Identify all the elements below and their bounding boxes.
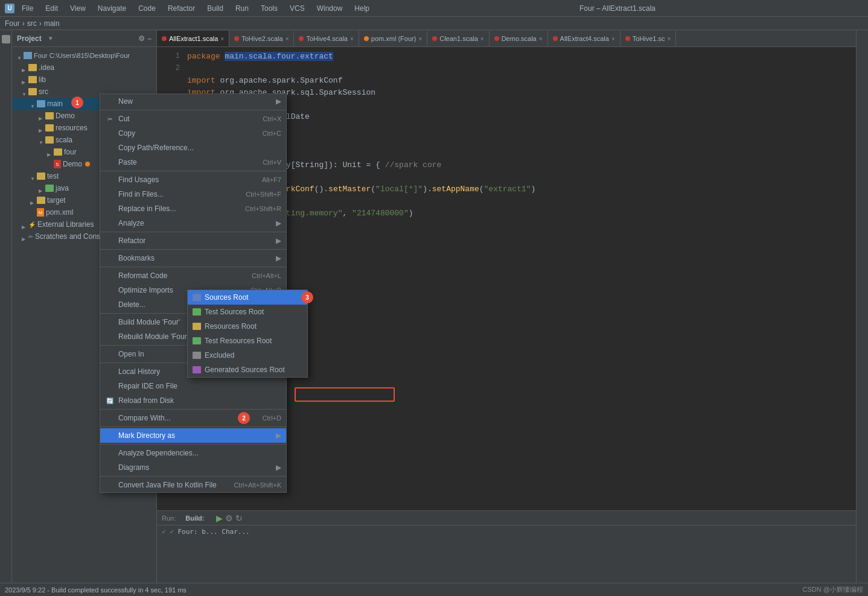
menu-view[interactable]: View bbox=[68, 3, 88, 14]
structure-icon[interactable] bbox=[2, 35, 10, 43]
menu-build[interactable]: Build bbox=[205, 3, 226, 14]
tab-allextract4[interactable]: AllExtract4.scala × bbox=[548, 31, 621, 46]
build-sync-btn[interactable]: ↻ bbox=[235, 513, 243, 523]
rebuild-icon bbox=[105, 332, 115, 341]
tab-close-btn[interactable]: × bbox=[286, 36, 289, 42]
tab-allextract1[interactable]: AllExtract1.scala × bbox=[157, 31, 229, 46]
code-line: 2 bbox=[157, 64, 856, 76]
submenu-item-sources-root[interactable]: Sources Root 3 bbox=[188, 290, 307, 305]
menu-item-cut[interactable]: ✂ Cut Ctrl+X bbox=[100, 112, 286, 126]
tab-dot bbox=[494, 36, 499, 41]
new-icon bbox=[105, 97, 115, 106]
bottom-tab-build[interactable]: Build: bbox=[185, 515, 204, 522]
tab-dot bbox=[299, 36, 304, 41]
tree-item-lib[interactable]: lib bbox=[12, 74, 156, 86]
title-bar: U File Edit View Navigate Code Refactor … bbox=[0, 0, 868, 17]
status-text: 2023/9/5 9:22 - Build completed successf… bbox=[5, 586, 187, 594]
menu-window[interactable]: Window bbox=[314, 3, 345, 14]
menu-item-label: Analyze bbox=[118, 219, 272, 227]
submenu-item-test-sources-root[interactable]: Test Sources Root bbox=[188, 305, 307, 319]
submenu-label-excluded: Excluded bbox=[205, 351, 234, 360]
menu-item-reload[interactable]: 🔄 Reload from Disk bbox=[100, 393, 286, 408]
bottom-tab-run[interactable]: Run: bbox=[162, 515, 176, 522]
menu-item-compare-with[interactable]: Compare With... Ctrl+D 2 bbox=[100, 411, 286, 425]
build-run-btn[interactable]: ▶ bbox=[216, 513, 223, 523]
menu-vcs[interactable]: VCS bbox=[287, 3, 307, 14]
tab-demo[interactable]: Demo.scala × bbox=[490, 31, 548, 46]
tree-item-idea[interactable]: .idea bbox=[12, 62, 156, 74]
menu-refactor[interactable]: Refactor bbox=[165, 3, 197, 14]
menu-item-paste[interactable]: Paste Ctrl+V bbox=[100, 155, 286, 170]
menu-code[interactable]: Code bbox=[136, 3, 158, 14]
tab-clean1[interactable]: Clean1.scala × bbox=[427, 31, 489, 46]
tab-label: AllExtract4.scala bbox=[560, 35, 609, 42]
menu-item-bookmarks[interactable]: Bookmarks ▶ bbox=[100, 251, 286, 265]
project-dropdown[interactable]: ▼ bbox=[48, 35, 54, 42]
project-toolbar-btn2[interactable]: – bbox=[147, 34, 152, 43]
tab-close-btn[interactable]: × bbox=[668, 36, 671, 42]
menu-tools[interactable]: Tools bbox=[258, 3, 280, 14]
menu-item-find-files[interactable]: Find in Files... Ctrl+Shift+F bbox=[100, 187, 286, 201]
menu-file[interactable]: File bbox=[19, 3, 36, 14]
tree-label-lib: lib bbox=[39, 75, 46, 84]
menu-separator bbox=[100, 171, 286, 171]
menu-run[interactable]: Run bbox=[233, 3, 251, 14]
tab-tohive4[interactable]: ToHive4.scala × bbox=[294, 31, 359, 46]
tab-label: ToHive1.sc bbox=[633, 35, 665, 42]
menu-edit[interactable]: Edit bbox=[43, 3, 60, 14]
tab-close-btn[interactable]: × bbox=[418, 36, 422, 42]
xml-file-icon: M bbox=[37, 208, 44, 217]
tab-tohive2[interactable]: ToHive2.scala × bbox=[229, 31, 294, 46]
menu-item-analyze[interactable]: Analyze ▶ bbox=[100, 216, 286, 230]
menu-bar[interactable]: File Edit View Navigate Code Refactor Bu… bbox=[19, 3, 372, 14]
breadcrumb-src[interactable]: src bbox=[27, 19, 37, 28]
submenu-item-test-resources-root[interactable]: Test Resources Root bbox=[188, 334, 307, 348]
build-settings-btn[interactable]: ⚙ bbox=[225, 513, 233, 523]
menu-item-reformat[interactable]: Reformat Code Ctrl+Alt+L bbox=[100, 268, 286, 283]
project-toolbar-btn1[interactable]: ⚙ bbox=[138, 34, 145, 43]
code-text: import org.apache.spark.SparkConf bbox=[187, 76, 342, 85]
sources-root-highlight-box bbox=[295, 387, 395, 402]
breadcrumb-four[interactable]: Four bbox=[5, 19, 20, 28]
tab-dot bbox=[364, 36, 369, 41]
menu-item-refactor[interactable]: Refactor ▶ bbox=[100, 233, 286, 248]
submenu-item-generated-sources-root[interactable]: Generated Sources Root bbox=[188, 363, 307, 377]
menu-item-diagrams[interactable]: Diagrams ▶ bbox=[100, 460, 286, 475]
project-label: Project bbox=[17, 34, 42, 43]
shortcut-label: Ctrl+D bbox=[263, 414, 281, 422]
menu-item-analyze-deps[interactable]: Analyze Dependencies... bbox=[100, 446, 286, 460]
tab-close-btn[interactable]: × bbox=[350, 36, 354, 42]
submenu-label-sources-root: Sources Root bbox=[205, 293, 249, 302]
menu-separator bbox=[100, 444, 286, 445]
warning-badge bbox=[85, 162, 90, 166]
menu-item-convert-kotlin[interactable]: Convert Java File to Kotlin File Ctrl+Al… bbox=[100, 478, 286, 492]
tab-close-btn[interactable]: × bbox=[220, 36, 224, 42]
menu-item-replace-files[interactable]: Replace in Files... Ctrl+Shift+R bbox=[100, 201, 286, 216]
menu-item-find-usages[interactable]: Find Usages Alt+F7 bbox=[100, 173, 286, 187]
excluded-icon bbox=[193, 352, 201, 359]
tab-close-btn[interactable]: × bbox=[480, 36, 484, 42]
arrow-icon: ▶ bbox=[276, 97, 281, 106]
menu-item-copy[interactable]: Copy Ctrl+C bbox=[100, 126, 286, 141]
menu-item-copy-path[interactable]: Copy Path/Reference... bbox=[100, 141, 286, 155]
menu-navigate[interactable]: Navigate bbox=[95, 3, 129, 14]
cut-icon: ✂ bbox=[105, 114, 115, 124]
folder-icon bbox=[37, 197, 45, 204]
submenu-item-resources-root[interactable]: Resources Root bbox=[188, 319, 307, 334]
menu-help[interactable]: Help bbox=[352, 3, 372, 14]
submenu-item-excluded[interactable]: Excluded bbox=[188, 348, 307, 363]
convert-kotlin-icon bbox=[105, 480, 115, 490]
tab-tohive1[interactable]: ToHive1.sc × bbox=[621, 31, 677, 46]
menu-item-repair-ide[interactable]: Repair IDE on File bbox=[100, 379, 286, 393]
tree-item-four[interactable]: Four C:\Users\815\Desktop\Four bbox=[12, 49, 156, 62]
chevron-icon bbox=[22, 65, 27, 70]
menu-item-mark-directory-as[interactable]: Mark Directory as ▶ bbox=[100, 428, 286, 443]
breadcrumb-main[interactable]: main bbox=[44, 19, 60, 28]
menu-item-new[interactable]: New ▶ bbox=[100, 94, 286, 109]
tab-close-btn[interactable]: × bbox=[611, 36, 615, 42]
menu-item-label: Copy bbox=[118, 129, 259, 138]
scala-file-icon: S bbox=[54, 160, 61, 168]
copy-icon bbox=[105, 128, 115, 138]
tab-pomxml[interactable]: pom.xml (Four) × bbox=[359, 31, 427, 46]
tab-close-btn[interactable]: × bbox=[539, 36, 543, 42]
